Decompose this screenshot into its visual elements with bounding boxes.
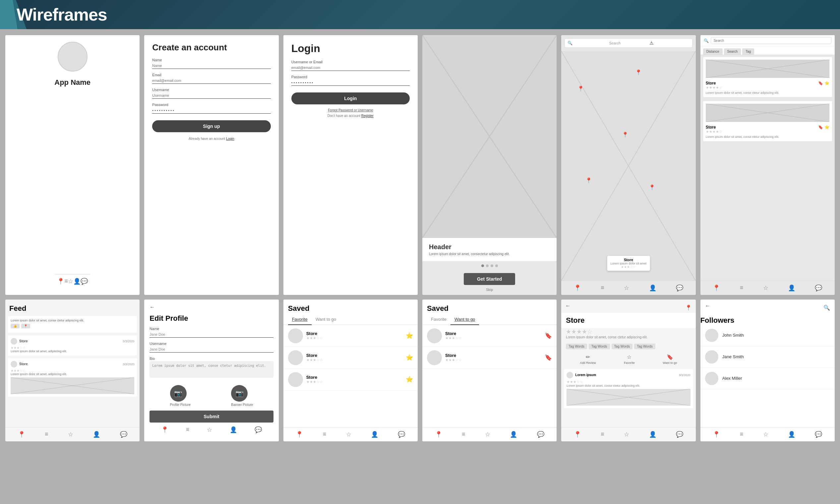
store-tag-1[interactable]: Tag Words [566, 344, 587, 349]
dot-4[interactable] [495, 265, 498, 267]
nav-icon-menu[interactable]: ≡ [64, 278, 68, 285]
nav-icon-profile[interactable]: 👤 [371, 431, 378, 438]
login-button[interactable]: Login [291, 92, 410, 104]
nav-icon-location[interactable]: 📍 [435, 431, 442, 438]
nav-icon-star[interactable]: ☆ [207, 426, 212, 433]
store-list-search-input[interactable] [711, 37, 832, 44]
store-item-star-icon[interactable]: ⭐ [824, 81, 829, 86]
edit-name-input[interactable] [149, 331, 273, 338]
edit-bio-textarea[interactable]: Lorem ipsum dolor sit amet, conse ctetur… [149, 361, 273, 378]
follower-item-1[interactable]: John Smith [700, 325, 835, 346]
dot-1[interactable] [481, 265, 484, 267]
store-tag-3[interactable]: Tag Words [612, 344, 633, 349]
add-review-action[interactable]: ✏ Add Review [580, 354, 596, 364]
nav-icon-star[interactable]: ☆ [485, 431, 490, 438]
nav-icon-star[interactable]: ☆ [763, 284, 768, 292]
followers-search-icon[interactable]: 🔍 [823, 305, 830, 311]
get-started-button[interactable]: Get Started [464, 273, 515, 285]
map-search-placeholder[interactable]: Search [609, 41, 649, 45]
followers-back[interactable]: ← [705, 303, 710, 309]
nav-icon-star[interactable]: ☆ [68, 431, 73, 438]
nav-icon-location[interactable]: 📍 [574, 431, 581, 438]
nav-icon-chat[interactable]: 💬 [815, 431, 822, 438]
nav-icon-location[interactable]: 📍 [57, 278, 64, 285]
nav-icon-location[interactable]: 📍 [18, 431, 25, 438]
nav-icon-location[interactable]: 📍 [713, 431, 720, 438]
nav-icon-menu[interactable]: ≡ [601, 431, 604, 438]
saved-tab-wantto-1[interactable]: Want to go [311, 315, 340, 325]
nav-icon-profile[interactable]: 👤 [649, 284, 656, 292]
submit-button[interactable]: Submit [149, 411, 273, 422]
map-pin-3[interactable]: 📍 [622, 131, 628, 138]
nav-icon-menu[interactable]: ≡ [601, 284, 604, 291]
nav-icon-star[interactable]: ☆ [624, 284, 629, 292]
nav-icon-location[interactable]: 📍 [296, 431, 303, 438]
login-username-input[interactable] [291, 65, 410, 71]
saved-wantto-item-2[interactable]: Store ★★★☆☆ 🔖 [422, 347, 557, 369]
nav-icon-profile[interactable]: 👤 [230, 426, 237, 433]
username-input[interactable] [152, 92, 270, 99]
nav-icon-chat[interactable]: 💬 [537, 431, 544, 438]
nav-icon-chat[interactable]: 💬 [676, 431, 683, 438]
nav-icon-chat[interactable]: 💬 [120, 431, 127, 438]
store-tag-2[interactable]: Tag Words [589, 344, 610, 349]
nav-icon-profile[interactable]: 👤 [788, 284, 795, 292]
back-arrow[interactable]: ← [149, 304, 273, 310]
nav-icon-menu[interactable]: ≡ [740, 284, 744, 291]
map-pin-1[interactable]: 📍 [577, 86, 584, 92]
want-to-go-action[interactable]: 🔖 Want to go [663, 354, 677, 364]
saved-bookmark-icon-2[interactable]: ⭐ [406, 354, 413, 361]
store-item-bookmark-icon[interactable]: 🔖 [818, 81, 823, 86]
nav-icon-chat[interactable]: 💬 [676, 284, 683, 292]
map-pin-4[interactable]: 📍 [585, 177, 592, 184]
saved-tab-favorite-2[interactable]: Favorite [427, 315, 450, 325]
feed-thumb-btn[interactable]: 👍 [11, 324, 20, 328]
dot-3[interactable] [490, 265, 493, 267]
nav-icon-location[interactable]: 📍 [574, 284, 581, 292]
saved-wantto-item-1[interactable]: Store ★★★☆☆ 🔖 [422, 325, 557, 347]
nav-icon-chat[interactable]: 💬 [815, 284, 822, 292]
nav-icon-menu[interactable]: ≡ [323, 431, 326, 438]
saved-item-2[interactable]: Store ★★★☆☆ ⭐ [283, 347, 418, 369]
saved-tab-favorite[interactable]: Favorite [288, 315, 311, 325]
signup-button[interactable]: Sign up [152, 120, 270, 132]
login-link[interactable]: Login [226, 137, 234, 141]
follower-item-3[interactable]: Alex Miller [700, 368, 835, 389]
map-pin-2[interactable]: 📍 [635, 69, 642, 75]
saved-wantto-flag-1[interactable]: 🔖 [544, 332, 552, 339]
nav-icon-menu[interactable]: ≡ [186, 426, 190, 433]
tab-distance[interactable]: Distance [703, 48, 723, 55]
store-item-star-icon-2[interactable]: ⭐ [824, 125, 829, 129]
saved-tab-wantto[interactable]: Want to go [450, 315, 479, 325]
nav-icon-profile[interactable]: 👤 [649, 431, 656, 438]
banner-picture-btn[interactable]: 📷 [231, 385, 248, 402]
follower-item-2[interactable]: Jane Smith [700, 346, 835, 368]
store-list-item-2[interactable]: Store ★★★★☆ 🔖 ⭐ Lorem ipsum dolor sit am… [703, 101, 832, 141]
nav-icon-menu[interactable]: ≡ [462, 431, 465, 438]
nav-icon-menu[interactable]: ≡ [45, 431, 48, 438]
map-store-popup[interactable]: Store Lorem ipsum dolor sit amet ★★★☆☆ [607, 256, 650, 271]
store-list-item-1[interactable]: Store ★★★★☆ 🔖 ⭐ Lorem ipsum dolor sit am… [703, 57, 832, 97]
password-input[interactable] [152, 107, 270, 114]
store-detail-pin-icon[interactable]: 📍 [685, 305, 692, 311]
nav-icon-star[interactable]: ☆ [624, 431, 629, 438]
register-link[interactable]: Register [361, 114, 374, 118]
name-input[interactable] [152, 62, 270, 69]
skip-text[interactable]: Skip [486, 288, 493, 292]
nav-icon-location[interactable]: 📍 [713, 284, 720, 292]
saved-bookmark-icon-1[interactable]: ⭐ [406, 332, 413, 339]
profile-picture-btn[interactable]: 📷 [170, 385, 186, 402]
nav-icon-menu[interactable]: ≡ [740, 431, 744, 438]
nav-icon-chat[interactable]: 💬 [255, 426, 262, 433]
saved-bookmark-icon-3[interactable]: ⭐ [406, 376, 413, 383]
feed-pin-btn[interactable]: 📍 [21, 324, 30, 328]
nav-icon-chat[interactable]: 💬 [81, 278, 88, 285]
login-password-input[interactable] [291, 79, 410, 86]
favorite-action[interactable]: ☆ Favorite [624, 354, 635, 364]
nav-icon-profile[interactable]: 👤 [73, 278, 81, 285]
tab-tag[interactable]: Tag [742, 48, 754, 55]
nav-icon-profile[interactable]: 👤 [510, 431, 517, 438]
map-area[interactable]: 📍 📍 📍 📍 📍 Store Lorem ipsum dolor sit am… [561, 51, 695, 281]
saved-item-3[interactable]: Store ★★★☆☆ ⭐ [283, 369, 418, 391]
nav-icon-profile[interactable]: 👤 [788, 431, 795, 438]
